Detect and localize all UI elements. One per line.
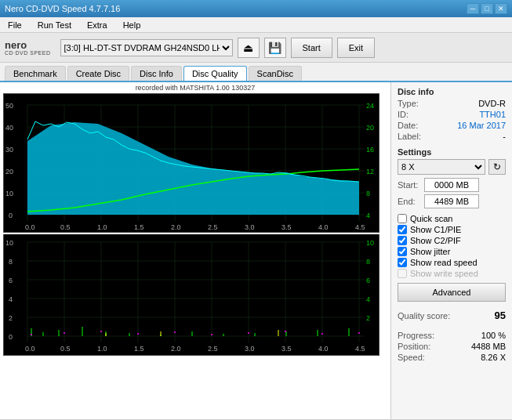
date-label: Date: [398, 121, 418, 130]
svg-text:3.0: 3.0 [245, 223, 255, 231]
close-button[interactable]: ✕ [495, 3, 507, 14]
tab-create-disc[interactable]: Create Disc [67, 66, 129, 81]
svg-text:0: 0 [9, 212, 13, 219]
svg-text:20: 20 [5, 168, 13, 176]
svg-text:4.0: 4.0 [318, 345, 329, 353]
disc-id-row: ID: TTH01 [398, 110, 506, 119]
chart-area: recorded with MATSHITA 1.00 130327 [0, 82, 390, 419]
progress-section: Progress: 100 % Position: 4488 MB Speed:… [398, 331, 506, 362]
svg-point-80 [358, 332, 360, 334]
drive-select[interactable]: [3:0] HL-DT-ST DVDRAM GH24NSD0 LH00 [60, 39, 233, 56]
svg-point-75 [174, 331, 176, 333]
menu-extra[interactable]: Extra [82, 19, 112, 31]
position-row: Position: 4488 MB [398, 342, 506, 351]
show-read-speed-checkbox[interactable] [398, 258, 407, 267]
svg-text:10: 10 [5, 190, 13, 197]
speed-row-quality: Speed: 8.26 X [398, 353, 506, 362]
speed-row: 8 X Max 1 X 2 X 4 X ↻ [398, 159, 506, 175]
quick-scan-label: Quick scan [410, 214, 452, 223]
quality-score-label: Quality score: [398, 311, 450, 320]
end-label: End: [398, 197, 421, 206]
start-label: Start: [398, 180, 421, 190]
tab-benchmark[interactable]: Benchmark [5, 66, 66, 81]
save-icon[interactable]: 💾 [264, 38, 286, 58]
charts-wrapper: 50 40 30 20 10 0 24 20 16 12 8 4 0.0 0.5… [3, 93, 387, 356]
settings-title: Settings [398, 147, 506, 157]
show-jitter-row: Show jitter [398, 247, 506, 256]
advanced-button[interactable]: Advanced [398, 283, 506, 302]
title-bar: Nero CD-DVD Speed 4.7.7.16 ─ □ ✕ [0, 0, 512, 17]
svg-text:2.0: 2.0 [171, 345, 181, 353]
minimize-button[interactable]: ─ [467, 3, 479, 14]
svg-text:2.0: 2.0 [171, 223, 181, 231]
svg-text:2.5: 2.5 [208, 345, 218, 353]
refresh-button[interactable]: ↻ [488, 159, 506, 175]
svg-text:10: 10 [5, 239, 13, 247]
show-c2pif-label: Show C2/PIF [410, 236, 461, 245]
id-value: TTH01 [479, 110, 506, 119]
svg-text:0.0: 0.0 [25, 223, 35, 231]
nero-logo: nero CD·DVD SPEED [5, 40, 51, 56]
svg-text:4: 4 [366, 295, 370, 303]
label-value: - [503, 132, 506, 141]
show-jitter-checkbox[interactable] [398, 247, 407, 256]
start-button[interactable]: Start [291, 38, 332, 58]
svg-marker-16 [27, 122, 359, 215]
window-controls[interactable]: ─ □ ✕ [467, 3, 507, 14]
tab-disc-info[interactable]: Disc Info [131, 66, 182, 81]
disc-type-row: Type: DVD-R [398, 99, 506, 108]
menu-file[interactable]: File [3, 19, 27, 31]
chart-subtitle: recorded with MATSHITA 1.00 130327 [3, 84, 387, 92]
start-row: Start: [398, 178, 506, 192]
type-value: DVD-R [478, 99, 506, 108]
end-input[interactable] [424, 194, 479, 208]
progress-row: Progress: 100 % [398, 331, 506, 340]
show-c2pif-checkbox[interactable] [398, 236, 407, 245]
show-c2pif-row: Show C2/PIF [398, 236, 506, 245]
menu-bar: File Run Test Extra Help [0, 17, 512, 33]
svg-text:4.5: 4.5 [355, 223, 365, 231]
svg-text:8: 8 [9, 258, 13, 266]
svg-text:1.5: 1.5 [134, 223, 144, 231]
svg-text:1.0: 1.0 [97, 223, 107, 231]
exit-button[interactable]: Exit [337, 38, 375, 58]
right-panel: Disc info Type: DVD-R ID: TTH01 Date: 16… [390, 82, 512, 419]
svg-text:2: 2 [366, 314, 370, 322]
svg-text:10: 10 [366, 239, 374, 247]
svg-text:0.5: 0.5 [60, 223, 71, 231]
speed-select[interactable]: 8 X Max 1 X 2 X 4 X [398, 159, 485, 175]
show-write-speed-checkbox[interactable] [398, 269, 407, 278]
svg-text:0.0: 0.0 [25, 345, 35, 353]
label-label: Label: [398, 132, 421, 141]
quick-scan-checkbox[interactable] [398, 214, 407, 223]
maximize-button[interactable]: □ [481, 3, 493, 14]
svg-text:12: 12 [366, 168, 374, 176]
tab-disc-quality[interactable]: Disc Quality [183, 66, 247, 81]
svg-text:16: 16 [366, 146, 374, 154]
toolbar: nero CD·DVD SPEED [3:0] HL-DT-ST DVDRAM … [0, 33, 512, 63]
progress-label: Progress: [398, 331, 434, 340]
logo-cdspeed: CD·DVD SPEED [5, 50, 51, 56]
svg-text:4.0: 4.0 [318, 223, 329, 231]
show-c1pie-checkbox[interactable] [398, 225, 407, 234]
main-content: recorded with MATSHITA 1.00 130327 [0, 82, 512, 419]
svg-text:3.5: 3.5 [281, 223, 292, 231]
svg-point-78 [285, 331, 286, 332]
disc-info-title: Disc info [398, 87, 506, 96]
menu-help[interactable]: Help [118, 19, 146, 31]
quick-scan-row: Quick scan [398, 214, 506, 223]
svg-text:6: 6 [9, 277, 13, 284]
svg-text:3.5: 3.5 [281, 345, 292, 353]
show-read-speed-label: Show read speed [410, 258, 478, 267]
svg-text:8: 8 [366, 258, 370, 266]
svg-text:40: 40 [5, 124, 13, 132]
speed-value: 8.26 X [481, 353, 506, 362]
menu-run-test[interactable]: Run Test [33, 19, 76, 31]
svg-text:4: 4 [366, 212, 370, 219]
end-row: End: [398, 194, 506, 208]
eject-icon[interactable]: ⏏ [238, 38, 260, 58]
svg-text:1.0: 1.0 [97, 345, 107, 353]
start-input[interactable] [424, 178, 479, 192]
tab-scan-disc[interactable]: ScanDisc [249, 66, 302, 81]
show-read-speed-row: Show read speed [398, 258, 506, 267]
